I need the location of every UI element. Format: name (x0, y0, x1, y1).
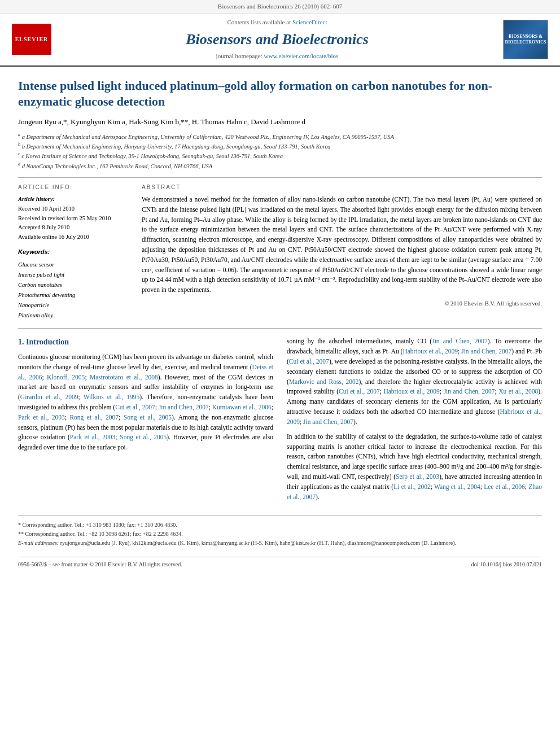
body-section: 1. Introduction Continuous glucose monit… (18, 337, 542, 506)
journal-name: Biosensors and Bioelectronics (61, 29, 493, 50)
footnote-emails: E-mail addresses: ryujongeun@ucla.edu (J… (18, 539, 542, 548)
ref-girardin[interactable]: Girardin et al., 2009 (20, 394, 78, 400)
contents-line: Contents lists available at ScienceDirec… (61, 18, 493, 27)
body-left-col: 1. Introduction Continuous glucose monit… (18, 337, 273, 506)
bb-logo: BIOSENSORS & BIOELECTRONICS (503, 20, 548, 59)
kw-3: Photothermal dewetting (18, 290, 128, 300)
article-info-col: ARTICLE INFO Article history: Received 1… (18, 184, 128, 320)
ref-klonoff[interactable]: Klonoff, 2005 (47, 374, 85, 381)
ref-cui2[interactable]: Cui et al., 2007 (289, 358, 329, 365)
article-container: Intense pulsed light induced platinum–go… (0, 67, 560, 580)
ref-jin2[interactable]: Jin and Chen, 2007 (432, 338, 488, 344)
ref-jin4[interactable]: Jin and Chen, 2007 (444, 388, 495, 395)
elsevier-label: ELSEVIER (15, 36, 49, 43)
ref-cui3[interactable]: Cui et al., 2007 (339, 388, 380, 395)
authors-text: Jongeun Ryu a,*, Kyunghyun Kim a, Hak-Su… (18, 117, 305, 126)
ref-lee[interactable]: Lee et al., 2006 (484, 483, 525, 490)
affiliation-a: a a Department of Mechanical and Aerospa… (18, 132, 542, 141)
ref-park1[interactable]: Park et al., 2003 (18, 414, 65, 421)
affiliation-c: c c Korea Institute of Science and Techn… (18, 151, 542, 160)
elsevier-logo-area: ELSEVIER (9, 18, 54, 60)
sciencedirect-link[interactable]: ScienceDirect (292, 19, 327, 25)
abstract-text: We demonstrated a novel method for the f… (142, 195, 542, 295)
ref-mastrototaro[interactable]: Mastrototaro et al., 2008 (90, 374, 158, 381)
bb-logo-label: BIOSENSORS & BIOELECTRONICS (505, 34, 546, 46)
revised-date: Received in revised form 25 May 2010 (18, 214, 128, 224)
ref-cui1[interactable]: Cui et al., 2007 (115, 404, 155, 410)
ref-song1[interactable]: Song et al., 2005 (124, 414, 172, 421)
kw-1: Intense pulsed light (18, 270, 128, 280)
available-date: Available online 16 July 2010 (18, 233, 128, 242)
intro-heading: 1. Introduction (18, 337, 273, 348)
elsevier-logo: ELSEVIER (12, 24, 51, 55)
footnote-star1: * Corresponding author. Tel.: +1 310 983… (18, 521, 542, 530)
affiliation-b: b b Department of Mechanical Engineering… (18, 141, 542, 151)
ref-wang[interactable]: Wang et al., 2004 (434, 483, 480, 490)
ref-rong[interactable]: Rong et al., 2007 (69, 414, 119, 421)
keywords-label: Keywords: (18, 248, 128, 256)
copyright-line: © 2010 Elsevier B.V. All rights reserved… (142, 300, 542, 308)
history-label: Article history: (18, 195, 128, 204)
kw-4: Nanoparticle (18, 300, 128, 311)
ref-park2[interactable]: Park et al., 2003 (70, 434, 116, 440)
journal-title-area: Contents lists available at ScienceDirec… (61, 18, 493, 60)
homepage-link[interactable]: www.elsevier.com/locate/bios (264, 53, 339, 59)
ref-habrioux2[interactable]: Habrioux et al., 2009 (383, 388, 439, 395)
ref-jin1[interactable]: Jin and Chen, 2007 (159, 404, 209, 410)
footnote-star2: ** Corresponding author. Tel.: +82 10 30… (18, 530, 542, 539)
article-title: Intense pulsed light induced platinum–go… (18, 78, 542, 110)
affiliation-d: d d NanoComp Technologies Inc., 162 Pemb… (18, 161, 542, 171)
ref-li[interactable]: Li et al., 2002 (393, 483, 431, 490)
and-1: and (190, 364, 199, 370)
body-divider (18, 328, 542, 329)
keyword-list: Glucose sensor Intense pulsed light Carb… (18, 260, 128, 320)
kw-5: Platinum alloy (18, 311, 128, 321)
article-meta-section: ARTICLE INFO Article history: Received 1… (18, 184, 542, 320)
ref-serp[interactable]: Serp et al., 2003 (396, 473, 439, 480)
journal-header: ELSEVIER Contents lists available at Sci… (0, 14, 560, 66)
kw-2: Carbon nanotubes (18, 280, 128, 290)
ref-xu[interactable]: Xu et al., 2008 (498, 388, 538, 395)
bottom-bar: 0956-5663/$ – see front matter © 2010 El… (18, 557, 542, 569)
ref-kurniawan[interactable]: Kurniawan et al., 2006 (212, 404, 272, 410)
doi-line: doi:10.1016/j.bios.2010.07.021 (471, 561, 542, 569)
received-date: Received 10 April 2010 (18, 204, 128, 214)
article-history: Article history: Received 10 April 2010 … (18, 195, 128, 242)
ref-jin5[interactable]: Jin and Chen, 2007 (303, 418, 353, 425)
journal-citation: Biosensors and Bioelectronics 26 (2010) … (0, 0, 560, 14)
ref-wilkins[interactable]: Wilkins et al., 1995 (84, 394, 140, 400)
ref-jin3[interactable]: Jin and Chen, 2007 (461, 348, 511, 355)
ref-markovic[interactable]: Markovic and Ross, 2002 (289, 378, 359, 385)
header-divider (18, 177, 542, 178)
issn-line: 0956-5663/$ – see front matter © 2010 El… (18, 561, 182, 569)
bb-logo-area: BIOSENSORS & BIOELECTRONICS (500, 18, 551, 60)
citation-text: Biosensors and Bioelectronics 26 (2010) … (218, 3, 342, 10)
body-right-col: soning by the adsorbed intermediates, ma… (287, 337, 542, 506)
ref-habrioux1[interactable]: Habrioux et al., 2009 (403, 348, 458, 355)
article-info-label: ARTICLE INFO (18, 184, 128, 191)
footnotes: * Corresponding author. Tel.: +1 310 983… (18, 516, 542, 548)
homepage-line: journal homepage: www.elsevier.com/locat… (61, 52, 493, 60)
accepted-date: Accepted 8 July 2010 (18, 223, 128, 233)
authors-line: Jongeun Ryu a,*, Kyunghyun Kim a, Hak-Su… (18, 117, 542, 127)
intro-para2: soning by the adsorbed intermediates, ma… (287, 337, 542, 502)
abstract-col: ABSTRACT We demonstrated a novel method … (142, 184, 542, 320)
intro-para1: Continuous glucose monitoring (CGM) has … (18, 352, 273, 453)
affiliations: a a Department of Mechanical and Aerospa… (18, 132, 542, 171)
ref-song2[interactable]: Song et al., 2005 (120, 434, 167, 440)
keywords-section: Keywords: Glucose sensor Intense pulsed … (18, 248, 128, 320)
abstract-label: ABSTRACT (142, 184, 542, 191)
and-2: and (515, 348, 525, 355)
kw-0: Glucose sensor (18, 260, 128, 270)
